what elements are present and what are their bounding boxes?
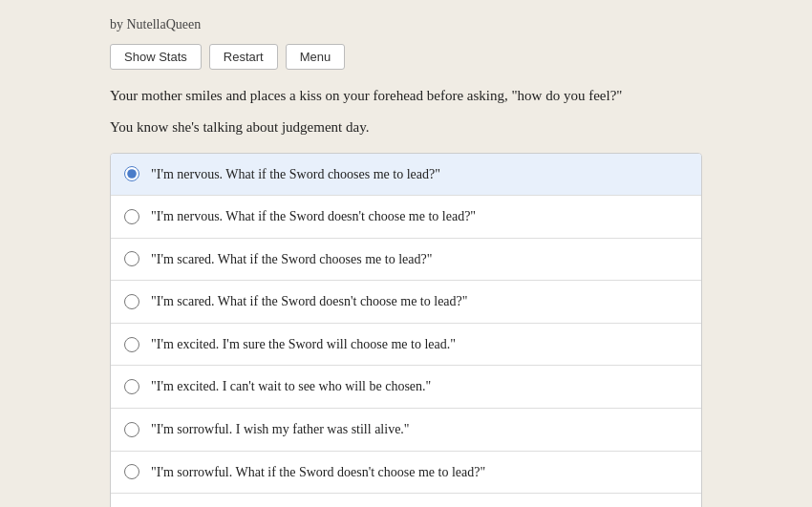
choice-label: "I'm nervous. What if the Sword chooses … <box>151 165 440 184</box>
choice-item[interactable]: "I'm nervous. What if the Sword doesn't … <box>111 196 701 239</box>
choice-label: "I'm nervous. What if the Sword doesn't … <box>151 207 476 226</box>
choice-label: "I'm sorrowful. I wish my father was sti… <box>151 420 410 439</box>
choice-item[interactable]: "I'm sorrowful. I wish my father was sti… <box>111 409 701 452</box>
choice-label: "I'm excited. I'm sure the Sword will ch… <box>151 335 456 354</box>
author-line: by NutellaQueen <box>110 17 702 32</box>
choice-radio[interactable] <box>124 251 139 266</box>
choice-item[interactable]: "I'm excited. I'm sure the Sword will ch… <box>111 324 701 367</box>
choice-label: "I'm scared. What if the Sword chooses m… <box>151 250 432 269</box>
choice-label: "I'm scared. What if the Sword doesn't c… <box>151 292 468 311</box>
choice-radio[interactable] <box>124 337 139 352</box>
choice-item[interactable]: "I feel nothing." <box>111 494 701 507</box>
choice-item[interactable]: "I'm scared. What if the Sword doesn't c… <box>111 281 701 324</box>
toolbar: Show Stats Restart Menu <box>110 44 702 70</box>
narrative-paragraph-1: Your mother smiles and places a kiss on … <box>110 85 702 107</box>
choice-item[interactable]: "I'm scared. What if the Sword chooses m… <box>111 239 701 282</box>
choice-item[interactable]: "I'm nervous. What if the Sword chooses … <box>111 154 701 197</box>
choice-label: "I'm sorrowful. What if the Sword doesn'… <box>151 463 485 482</box>
choice-radio[interactable] <box>124 209 139 224</box>
choice-radio[interactable] <box>124 464 139 479</box>
choice-item[interactable]: "I'm excited. I can't wait to see who wi… <box>111 366 701 409</box>
narrative-paragraph-2: You know she's talking about judgement d… <box>110 116 702 138</box>
choices-container: "I'm nervous. What if the Sword chooses … <box>110 153 702 508</box>
choice-radio[interactable] <box>124 379 139 394</box>
choice-radio[interactable] <box>124 166 139 181</box>
restart-button[interactable]: Restart <box>209 44 278 70</box>
choice-label: "I'm excited. I can't wait to see who wi… <box>151 377 431 396</box>
choice-radio[interactable] <box>124 422 139 437</box>
choice-radio[interactable] <box>124 294 139 309</box>
menu-button[interactable]: Menu <box>286 44 346 70</box>
show-stats-button[interactable]: Show Stats <box>110 44 202 70</box>
choice-item[interactable]: "I'm sorrowful. What if the Sword doesn'… <box>111 452 701 495</box>
